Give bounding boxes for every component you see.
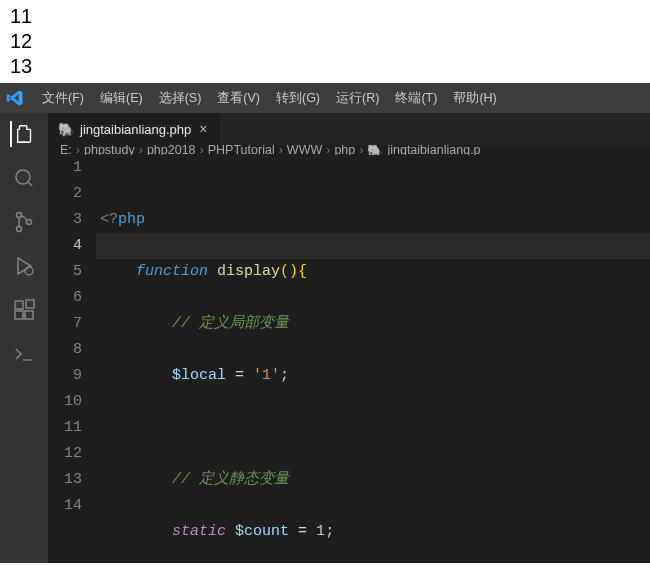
output-line: 11 xyxy=(10,4,640,29)
line-number: 6 xyxy=(48,285,82,311)
line-number: 8 xyxy=(48,337,82,363)
title-bar: 文件(F) 编辑(E) 选择(S) 查看(V) 转到(G) 运行(R) 终端(T… xyxy=(0,83,650,113)
tab-bar: 🐘 jingtaibianliang.php × xyxy=(48,113,650,145)
code-line[interactable]: $local = '1'; xyxy=(96,363,650,389)
line-number: 5 xyxy=(48,259,82,285)
svg-rect-7 xyxy=(25,311,33,319)
menu-select[interactable]: 选择(S) xyxy=(151,90,210,107)
line-number: 4 xyxy=(48,233,82,259)
breadcrumb-seg[interactable]: php2018 xyxy=(147,145,196,155)
code-editor[interactable]: 1 2 3 4 5 6 7 8 9 10 11 12 13 14 <?php xyxy=(48,155,650,570)
tab-label: jingtaibianliang.php xyxy=(80,122,191,137)
tab-jingtaibianliang[interactable]: 🐘 jingtaibianliang.php × xyxy=(48,113,220,145)
breadcrumb-seg[interactable]: E: xyxy=(60,145,72,155)
line-number: 12 xyxy=(48,441,82,467)
svg-point-0 xyxy=(16,170,30,184)
line-number: 2 xyxy=(48,181,82,207)
line-number: 9 xyxy=(48,363,82,389)
svg-point-4 xyxy=(25,267,33,275)
close-icon[interactable]: × xyxy=(197,121,209,137)
line-number: 3 xyxy=(48,207,82,233)
menu-terminal[interactable]: 终端(T) xyxy=(387,90,445,107)
breadcrumb-seg[interactable]: PHPTutorial xyxy=(208,145,275,155)
line-number: 10 xyxy=(48,389,82,415)
output-line: 12 xyxy=(10,29,640,54)
line-gutter: 1 2 3 4 5 6 7 8 9 10 11 12 13 14 xyxy=(48,155,96,570)
code-line[interactable]: // 定义静态变量 xyxy=(96,467,650,493)
menu-view[interactable]: 查看(V) xyxy=(209,90,268,107)
run-debug-icon[interactable] xyxy=(11,253,37,279)
line-number: 1 xyxy=(48,155,82,181)
line-number: 14 xyxy=(48,493,82,519)
code-line[interactable]: <?php xyxy=(96,207,650,233)
breadcrumb[interactable]: E:› phpstudy› php2018› PHPTutorial› WWW›… xyxy=(48,145,650,155)
breadcrumb-seg[interactable]: php xyxy=(334,145,355,155)
breadcrumb-seg[interactable]: jingtaibianliang.p xyxy=(387,145,480,155)
output-line: 13 xyxy=(10,54,640,79)
chevron-right-icon: › xyxy=(359,145,363,155)
vscode-window: 文件(F) 编辑(E) 选择(S) 查看(V) 转到(G) 运行(R) 终端(T… xyxy=(0,83,650,563)
svg-rect-6 xyxy=(15,311,23,319)
activity-bar xyxy=(0,113,48,563)
menu-goto[interactable]: 转到(G) xyxy=(268,90,328,107)
code-line[interactable] xyxy=(96,415,650,441)
extensions-icon[interactable] xyxy=(11,297,37,323)
chevron-right-icon: › xyxy=(279,145,283,155)
search-icon[interactable] xyxy=(11,165,37,191)
menu-help[interactable]: 帮助(H) xyxy=(445,90,504,107)
php-file-icon: 🐘 xyxy=(58,122,74,137)
breadcrumb-seg[interactable]: phpstudy xyxy=(84,145,135,155)
explorer-icon[interactable] xyxy=(10,121,36,147)
current-line-highlight xyxy=(96,233,650,259)
code-line[interactable]: static $count = 1; xyxy=(96,519,650,545)
breadcrumb-seg[interactable]: WWW xyxy=(287,145,322,155)
code-line[interactable]: function display(){ xyxy=(96,259,650,285)
menu-edit[interactable]: 编辑(E) xyxy=(92,90,151,107)
source-control-icon[interactable] xyxy=(11,209,37,235)
menu-run[interactable]: 运行(R) xyxy=(328,90,387,107)
vscode-logo-icon xyxy=(6,89,24,107)
code-content[interactable]: <?php function display(){ // 定义局部变量 $loc… xyxy=(96,155,650,570)
chevron-right-icon: › xyxy=(326,145,330,155)
line-number: 11 xyxy=(48,415,82,441)
menu-file[interactable]: 文件(F) xyxy=(34,90,92,107)
chevron-right-icon: › xyxy=(76,145,80,155)
editor-area: 🐘 jingtaibianliang.php × E:› phpstudy› p… xyxy=(48,113,650,563)
svg-point-1 xyxy=(17,213,22,218)
browser-output: 11 12 13 xyxy=(0,0,650,83)
php-file-icon: 🐘 xyxy=(367,145,383,155)
remote-icon[interactable] xyxy=(11,341,37,367)
chevron-right-icon: › xyxy=(200,145,204,155)
svg-rect-5 xyxy=(15,301,23,309)
line-number: 7 xyxy=(48,311,82,337)
code-line[interactable]: // 定义局部变量 xyxy=(96,311,650,337)
svg-rect-8 xyxy=(26,300,34,308)
chevron-right-icon: › xyxy=(139,145,143,155)
line-number: 13 xyxy=(48,467,82,493)
svg-point-2 xyxy=(17,227,22,232)
